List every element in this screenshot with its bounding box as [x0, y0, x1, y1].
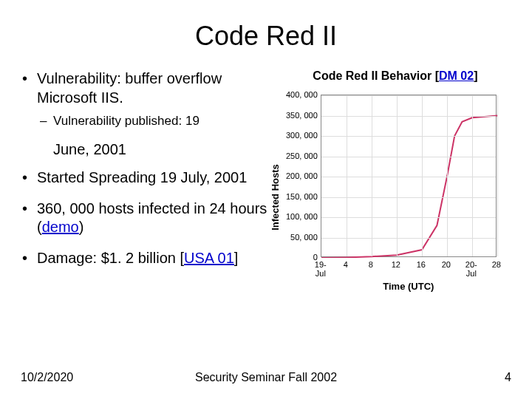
bullet-text: Vulnerability: buffer overflow Microsoft… — [37, 70, 222, 106]
usa01-link[interactable]: USA 01 — [184, 250, 234, 266]
bullet-vulnerability: Vulnerability: buffer overflow Microsoft… — [21, 69, 267, 129]
sub-bullet-published: Vulnerability published: 19 — [37, 113, 267, 129]
y-tick: 200, 000 — [278, 171, 318, 180]
plot-area — [321, 95, 497, 257]
bullet-text: Started Spreading 19 July, 2001 — [37, 169, 247, 185]
bullet-infected: 360, 000 hosts infected in 24 hours (dem… — [21, 200, 267, 237]
footer-page: 4 — [505, 371, 511, 384]
gridline-h — [321, 238, 496, 239]
sub-bullet-tail: June, 2001 — [21, 141, 267, 158]
slide: Code Red II Vulnerability: buffer overfl… — [0, 0, 532, 399]
gridline-h — [321, 116, 496, 117]
x-tick: 20 — [436, 260, 457, 269]
gridline-h — [321, 217, 496, 218]
chart-title: Code Red II Behavior [DM 02] — [279, 69, 511, 83]
gridline-h — [321, 177, 496, 177]
sub-text-b: 19 — [185, 114, 200, 128]
y-tick: 250, 000 — [278, 151, 318, 160]
x-axis-label: Time (UTC) — [321, 281, 497, 292]
gridline-h — [321, 95, 496, 96]
bullet-damage: Damage: $1. 2 billion [USA 01] — [21, 249, 267, 268]
demo-link[interactable]: demo — [42, 219, 79, 235]
y-tick: 50, 000 — [278, 233, 318, 242]
slide-title: Code Red II — [21, 21, 511, 52]
x-tick: 8 — [361, 260, 381, 269]
x-tick: 4 — [335, 260, 356, 269]
gridline-v — [422, 95, 423, 256]
gridline-v — [447, 95, 448, 256]
y-tick: 350, 000 — [278, 111, 318, 120]
gridline-h — [321, 197, 496, 198]
footer-venue: Security Seminar Fall 2002 — [195, 371, 337, 384]
chart-column: Code Red II Behavior [DM 02] Infected Ho… — [279, 69, 511, 304]
sub-list: Vulnerability published: 19 — [37, 113, 267, 129]
y-tick: 400, 000 — [278, 90, 318, 99]
x-tick: 19-Jul — [310, 260, 331, 278]
bullet-column: Vulnerability: buffer overflow Microsoft… — [21, 69, 267, 304]
bullet-text-b: ) — [79, 219, 84, 235]
slide-body: Vulnerability: buffer overflow Microsoft… — [21, 69, 511, 304]
chart: Infected Hosts Time (UTC) 050, 000100, 0… — [279, 90, 508, 304]
bullet-spreading: Started Spreading 19 July, 2001 — [21, 168, 267, 188]
gridline-h — [321, 136, 496, 137]
x-tick: 20-Jul — [461, 260, 482, 278]
gridline-v — [497, 95, 498, 256]
y-tick: 300, 000 — [278, 131, 318, 140]
sub-text-a: Vulnerability published: — [53, 114, 185, 128]
gridline-v — [397, 95, 398, 256]
gridline-v — [372, 95, 372, 256]
y-tick: 100, 000 — [278, 212, 318, 221]
gridline-v — [472, 95, 473, 256]
footer-date: 10/2/2020 — [21, 371, 73, 384]
bullet-list-cont: Started Spreading 19 July, 2001 360, 000… — [21, 168, 267, 267]
gridline-h — [321, 157, 496, 157]
dm02-link[interactable]: DM 02 — [439, 69, 474, 82]
x-tick: 28 — [486, 260, 507, 269]
bullet-text-b: ] — [234, 250, 239, 266]
chart-title-a: Code Red II Behavior [ — [313, 69, 439, 82]
gridline-v — [347, 95, 347, 256]
y-tick: 150, 000 — [278, 192, 318, 201]
footer: 10/2/2020 Security Seminar Fall 2002 4 — [21, 371, 511, 384]
x-tick: 12 — [386, 260, 406, 269]
chart-title-b: ] — [474, 69, 477, 82]
bullet-list: Vulnerability: buffer overflow Microsoft… — [21, 69, 267, 129]
x-tick: 16 — [411, 260, 432, 269]
bullet-text-a: Damage: $1. 2 billion [ — [37, 250, 184, 266]
